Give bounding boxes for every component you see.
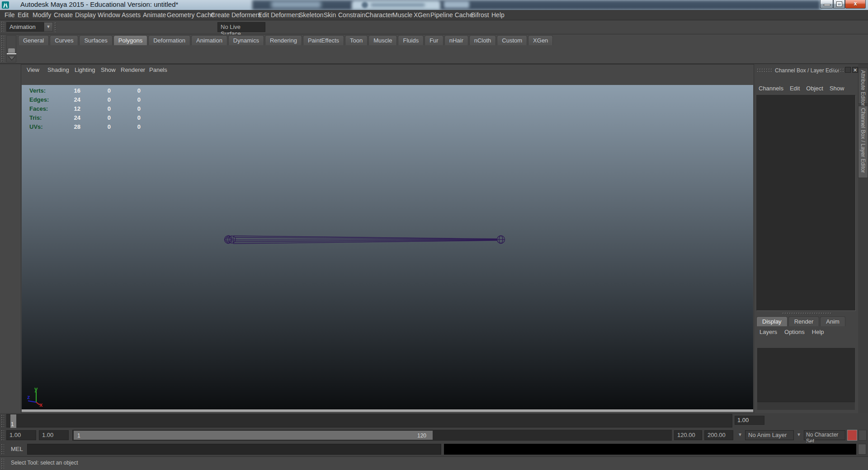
svg-text:x: x: [39, 401, 43, 407]
svg-text:y: y: [34, 387, 38, 392]
svg-text:z: z: [27, 394, 30, 400]
